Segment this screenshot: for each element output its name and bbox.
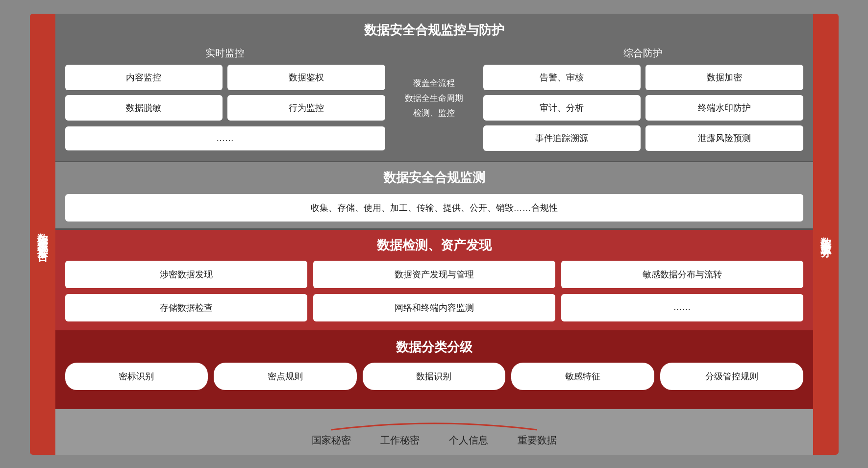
section-classify: 数据分类分级 密标识别 密点规则 数据识别 敏感特征 分级管控规则 xyxy=(55,332,813,409)
comprehensive-title: 综合防护 xyxy=(483,47,803,60)
detection-item-3: 存储数据检查 xyxy=(65,294,307,321)
realtime-title: 实时监控 xyxy=(65,47,385,60)
bottom-label-3: 重要数据 xyxy=(518,434,557,447)
detection-item-4: 网络和终端内容监测 xyxy=(313,294,555,321)
comprehensive-item-2: 审计、分析 xyxy=(483,95,641,121)
detection-item-1: 数据资产发现与管理 xyxy=(313,261,555,288)
left-label-text: 数据安全统一管控平台 xyxy=(36,224,49,244)
realtime-item-1: 数据鉴权 xyxy=(227,65,385,90)
monitor-inner: 实时监控 内容监控 数据鉴权 数据脱敏 行为监控 …… 覆盖全流程数据全生命周期… xyxy=(65,47,803,151)
bottom-label-2: 个人信息 xyxy=(449,434,488,447)
classify-grid: 密标识别 密点规则 数据识别 敏感特征 分级管控规则 xyxy=(65,363,803,390)
compliance-bar: 收集、存储、使用、加工、传输、提供、公开、销毁……合规性 xyxy=(65,194,803,222)
classify-item-3: 敏感特征 xyxy=(511,363,654,390)
monitor-left: 实时监控 内容监控 数据鉴权 数据脱敏 行为监控 …… xyxy=(65,47,385,151)
bottom-area: 国家秘密 工作秘密 个人信息 重要数据 xyxy=(55,409,813,455)
comprehensive-item-5: 泄露风险预测 xyxy=(645,125,803,151)
classify-item-2: 数据识别 xyxy=(363,363,506,390)
classify-item-4: 分级管控规则 xyxy=(660,363,803,390)
comprehensive-grid: 告警、审核 数据加密 审计、分析 终端水印防护 事件追踪溯源 泄露风险预测 xyxy=(483,65,803,151)
realtime-item-2: 数据脱敏 xyxy=(65,95,223,121)
center-description: 覆盖全流程数据全生命周期检测、监控 xyxy=(405,76,463,121)
realtime-item-3: 行为监控 xyxy=(227,95,385,121)
realtime-dots: …… xyxy=(65,126,385,150)
bottom-label-1: 工作秘密 xyxy=(380,434,420,447)
detection-item-5: …… xyxy=(561,294,803,321)
bottom-labels: 国家秘密 工作秘密 个人信息 重要数据 xyxy=(312,434,557,447)
comprehensive-item-0: 告警、审核 xyxy=(483,65,641,90)
main-container: 数据安全统一管控平台 数据安全合规监控与防护 实时监控 内容监控 数据鉴权 数据… xyxy=(30,14,839,455)
classify-item-1: 密点规则 xyxy=(214,363,357,390)
section-detection: 数据检测、资产发现 涉密数据发现 数据资产发现与管理 敏感数据分布与流转 存储数… xyxy=(55,230,813,332)
classify-item-0: 密标识别 xyxy=(65,363,208,390)
detection-grid: 涉密数据发现 数据资产发现与管理 敏感数据分布与流转 存储数据检查 网络和终端内… xyxy=(65,261,803,321)
left-label: 数据安全统一管控平台 xyxy=(30,14,55,455)
bottom-curve-svg xyxy=(312,416,557,431)
bottom-label-0: 国家秘密 xyxy=(312,434,351,447)
detection-item-2: 敏感数据分布与流转 xyxy=(561,261,803,288)
monitor-title: 数据安全合规监控与防护 xyxy=(65,22,803,39)
right-label-text: 数据安全服务 xyxy=(819,228,832,240)
realtime-item-0: 内容监控 xyxy=(65,65,223,90)
comprehensive-item-4: 事件追踪溯源 xyxy=(483,125,641,151)
right-label: 数据安全服务 xyxy=(813,14,839,455)
comprehensive-item-1: 数据加密 xyxy=(645,65,803,90)
section-monitor: 数据安全合规监控与防护 实时监控 内容监控 数据鉴权 数据脱敏 行为监控 …… … xyxy=(55,14,813,162)
detection-title: 数据检测、资产发现 xyxy=(65,237,803,254)
center-content: 数据安全合规监控与防护 实时监控 内容监控 数据鉴权 数据脱敏 行为监控 …… … xyxy=(55,14,813,455)
detection-item-0: 涉密数据发现 xyxy=(65,261,307,288)
classify-title: 数据分类分级 xyxy=(65,339,803,356)
monitor-center-text: 覆盖全流程数据全生命周期检测、监控 xyxy=(385,47,483,151)
monitor-right: 综合防护 告警、审核 数据加密 审计、分析 终端水印防护 事件追踪溯源 泄露风险… xyxy=(483,47,803,151)
section-compliance: 数据安全合规监测 收集、存储、使用、加工、传输、提供、公开、销毁……合规性 xyxy=(55,162,813,230)
comprehensive-item-3: 终端水印防护 xyxy=(645,95,803,121)
realtime-grid: 内容监控 数据鉴权 数据脱敏 行为监控 …… xyxy=(65,65,385,150)
compliance-title: 数据安全合规监测 xyxy=(65,169,803,186)
